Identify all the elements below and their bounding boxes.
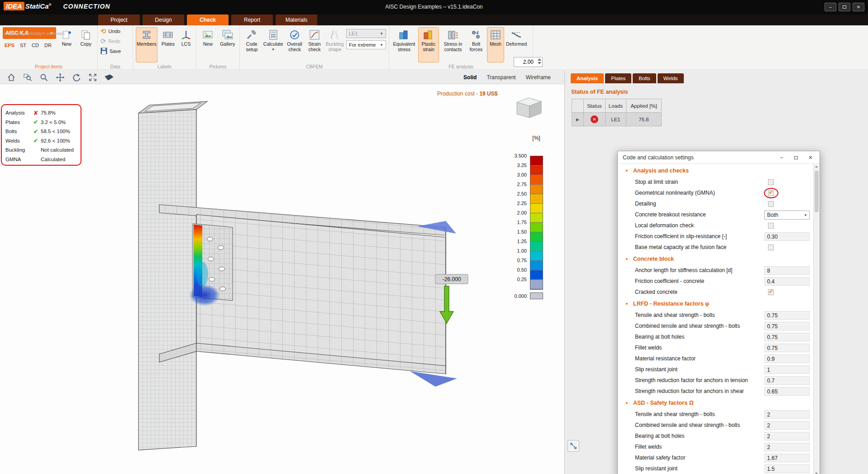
checkbox-local-deformation[interactable] [768, 223, 774, 229]
strain-check-button[interactable]: Strain check [305, 27, 323, 62]
input-asd-tensile-shear-bolts[interactable] [764, 410, 810, 419]
input-lrfd-tensile-shear-bolts[interactable] [764, 311, 810, 320]
equivalent-stress-button[interactable]: Equivalent stress [392, 27, 416, 62]
mode-st[interactable]: ST [20, 43, 26, 48]
section-asd-factors[interactable]: ▼ ASD - Safety factors Ω [618, 397, 813, 409]
input-asd-bearing[interactable] [764, 432, 810, 440]
panel-tab-analysis[interactable]: Analysis [571, 73, 604, 83]
bolt-forces-button[interactable]: Bolt forces [467, 27, 485, 62]
view-cube[interactable] [510, 94, 546, 122]
mode-eps[interactable]: EPS [5, 43, 14, 48]
checkbox-base-metal[interactable] [768, 244, 774, 250]
plastic-strain-button[interactable]: Plastic strain [418, 27, 439, 62]
window-close-button[interactable]: ✕ [853, 3, 864, 11]
checkbox-detailing[interactable] [768, 201, 774, 207]
spin-down-icon[interactable] [538, 62, 541, 64]
settings-title-bar[interactable]: Code and calculation settings – ✕ [618, 151, 820, 164]
deformed-scale-spinner[interactable] [514, 57, 543, 67]
checkbox-cracked-concrete[interactable]: ✔ [768, 289, 774, 295]
summary-value: Not calculated [41, 147, 74, 153]
code-setup-button[interactable]: Code setup [243, 27, 261, 62]
spin-up-icon[interactable] [538, 58, 541, 61]
mode-dr[interactable]: DR [44, 43, 52, 48]
panel-tab-bolts[interactable]: Bolts [633, 73, 656, 83]
row-selector-cell[interactable]: ▶ [572, 112, 584, 126]
mode-cd[interactable]: CD [32, 43, 39, 48]
zoom-icon[interactable] [39, 72, 49, 82]
tab-project[interactable]: Project [98, 14, 140, 25]
zoom-window-icon[interactable] [23, 72, 33, 82]
buckling-shape-button[interactable]: Buckling shape [325, 27, 344, 62]
view-mode-wireframe[interactable]: Wireframe [526, 74, 551, 81]
input-friction-concrete[interactable] [764, 277, 810, 286]
3d-viewport[interactable]: Solid Transparent Wireframe Analysis ✘ 7… [0, 71, 564, 474]
input-lrfd-fillet-welds[interactable] [764, 344, 810, 352]
end-plate[interactable] [189, 224, 233, 306]
setting-label: Fillet welds [635, 444, 662, 450]
settings-scrollbar[interactable] [813, 164, 819, 474]
section-lrfd-factors[interactable]: ▼ LRFD - Resistance factors φ [618, 298, 813, 310]
ribbon-tab-row: Calculate yesterday's estimates Project … [0, 14, 868, 25]
pan-icon[interactable] [55, 72, 65, 82]
view-mode-transparent[interactable]: Transparent [486, 74, 515, 81]
applied-cell: 75.8 [626, 112, 662, 126]
panel-tab-plates[interactable]: Plates [605, 73, 631, 83]
new-picture-button[interactable]: New [199, 27, 217, 62]
rotate-view-icon[interactable] [72, 72, 81, 82]
home-view-icon[interactable] [6, 72, 16, 82]
label-paint-icon[interactable] [104, 72, 114, 82]
settings-minimize-button[interactable]: – [774, 151, 789, 164]
copy-project-item-button[interactable]: Copy [77, 27, 95, 62]
calculate-button[interactable]: Calculate ▼ [263, 27, 284, 62]
scroll-thumb[interactable] [815, 171, 819, 212]
load-case-select[interactable]: LE1 ▼ [346, 29, 386, 38]
checkbox-gmna[interactable]: ✔ [768, 190, 774, 196]
undo-button[interactable]: ⟲ Undo [100, 27, 130, 35]
tab-design[interactable]: Design [143, 14, 184, 25]
members-toggle-button[interactable]: Members [136, 27, 157, 62]
legend-band [530, 156, 543, 166]
expand-panel-button[interactable] [568, 440, 579, 452]
window-maximize-button[interactable] [839, 3, 850, 11]
input-lrfd-combined-bolts[interactable] [764, 322, 810, 330]
plates-toggle-button[interactable]: Plates [159, 27, 177, 62]
input-lrfd-anchors-tension[interactable] [764, 376, 810, 385]
checkbox-stop-at-limit-strain[interactable] [768, 179, 774, 185]
tab-report[interactable]: Report [231, 14, 273, 25]
mesh-toggle-button[interactable]: Mesh [487, 27, 504, 62]
input-asd-slip-joint[interactable] [764, 464, 810, 473]
input-lrfd-bearing[interactable] [764, 333, 810, 341]
view-mode-solid[interactable]: Solid [463, 74, 477, 81]
panel-tab-welds[interactable]: Welds [658, 73, 684, 83]
model-canvas[interactable]: Analysis ✘ 75.8% Plates ✔ 3.2 < 5.0% Bol… [0, 84, 564, 474]
section-concrete-block[interactable]: ▼ Concrete block [618, 253, 813, 265]
gallery-button[interactable]: Gallery [219, 27, 237, 62]
deformed-scale-input[interactable] [514, 57, 535, 67]
input-anchor-length[interactable] [764, 266, 810, 275]
tab-materials[interactable]: Materials [276, 14, 317, 25]
redo-button[interactable]: ⟳ Redo [100, 37, 130, 45]
tab-check[interactable]: Check [187, 14, 229, 25]
input-lrfd-anchors-shear[interactable] [764, 387, 810, 396]
new-item-label: New [62, 42, 72, 47]
input-lrfd-slip-joint[interactable] [764, 365, 810, 374]
input-asd-fillet-welds[interactable] [764, 443, 810, 451]
window-minimize-button[interactable]: – [825, 3, 836, 11]
input-asd-material-safety[interactable] [764, 454, 810, 462]
select-concrete-breakout[interactable]: Both ▼ [764, 211, 810, 220]
overall-check-button[interactable]: Overall check [286, 27, 304, 62]
input-asd-combined-bolts[interactable] [764, 421, 810, 430]
input-lrfd-material-resistance[interactable] [764, 354, 810, 363]
settings-close-button[interactable]: ✕ [803, 151, 818, 164]
save-button[interactable]: Save [100, 47, 130, 55]
settings-row: Slip resistant joint [618, 464, 813, 474]
input-friction-slip[interactable] [764, 232, 810, 241]
scroll-up-icon[interactable] [815, 166, 818, 168]
extreme-select[interactable]: For extreme ▼ [346, 40, 386, 49]
stress-in-contacts-button[interactable]: Stress in contacts [441, 27, 465, 62]
calculate-label: Calculate [263, 42, 283, 47]
section-analysis-and-checks[interactable]: ▼ Analysis and checks [618, 165, 813, 177]
zoom-extents-icon[interactable] [88, 72, 98, 82]
settings-maximize-button[interactable] [789, 151, 803, 164]
lcs-toggle-button[interactable]: LCS [179, 27, 193, 62]
